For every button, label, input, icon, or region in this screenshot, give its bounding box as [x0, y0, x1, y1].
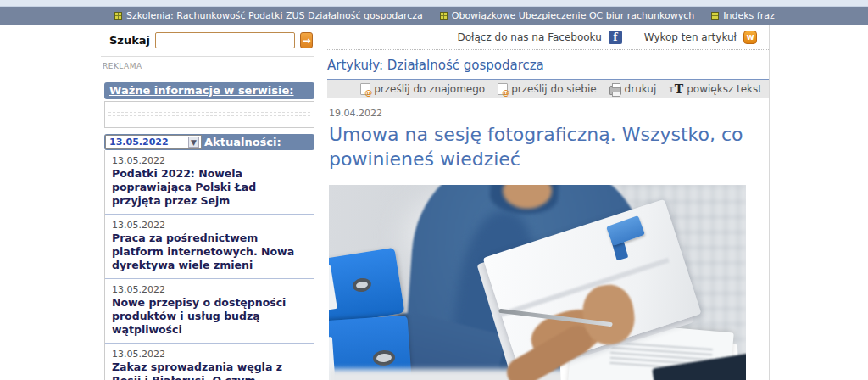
toolbar-prze-lij-do-siebie[interactable]: prześlij do siebie — [498, 83, 596, 95]
news-item[interactable]: 13.05.2022Podatki 2022: Nowela poprawiaj… — [105, 150, 314, 215]
reklama-label: REKLAMA — [101, 57, 314, 75]
toolbar-item-label: powiększ tekst — [687, 83, 762, 95]
date-select-value: 13.05.2022 — [109, 137, 169, 148]
important-info-box — [104, 101, 314, 128]
sidebar: Szukaj → REKLAMA Ważne informacje w serw… — [97, 25, 320, 380]
article-image — [329, 185, 746, 380]
news-item-title[interactable]: Praca za pośrednictwem platform internet… — [112, 232, 307, 272]
wykop-link[interactable]: Wykop ten artykuł — [644, 31, 737, 43]
important-info-header: Ważne informacje w serwisie: — [104, 82, 314, 99]
search-submit-button[interactable]: → — [300, 32, 313, 48]
browser-top-strip — [0, 0, 868, 7]
mail-at-icon — [360, 83, 370, 95]
grid-icon — [711, 12, 719, 20]
search-label: Szukaj — [109, 34, 150, 47]
toolbar-prze-lij-do-znajomego[interactable]: prześlij do znajomego — [360, 83, 485, 95]
news-item-date: 13.05.2022 — [112, 349, 307, 360]
grid-icon — [440, 12, 448, 20]
toolbar-item-label: drukuj — [625, 83, 657, 95]
search-bar: Szukaj → — [101, 25, 314, 57]
news-header-row: 13.05.2022 ▼ Aktualności: — [104, 134, 314, 150]
news-item[interactable]: 13.05.2022Praca za pośrednictwem platfor… — [105, 215, 314, 279]
divider — [108, 109, 310, 109]
news-item-title[interactable]: Podatki 2022: Nowela poprawiająca Polski… — [112, 167, 307, 208]
nav-item-label: Szkolenia: Rachunkowość Podatki ZUS Dzia… — [126, 10, 423, 21]
date-select[interactable]: 13.05.2022 ▼ — [105, 135, 202, 149]
text-size-icon: TT — [669, 84, 683, 95]
facebook-icon[interactable]: f — [609, 31, 622, 44]
news-item-title[interactable]: Zakaz sprowadzania węgla z Rosji i Biało… — [112, 360, 307, 380]
main-content: Dołącz do nas na Facebooku f Wykop ten a… — [320, 25, 770, 380]
important-info-header-text: Ważne informacje w serwisie: — [109, 84, 294, 97]
facebook-link[interactable]: Dołącz do nas na Facebooku — [458, 31, 602, 43]
article-date: 19.04.2022 — [329, 108, 769, 119]
search-input[interactable] — [155, 32, 295, 48]
news-item-date: 13.05.2022 — [112, 220, 307, 231]
news-header: Aktualności: — [202, 136, 281, 148]
wykop-icon[interactable]: w — [743, 31, 757, 44]
news-item[interactable]: 13.05.2022Nowe przepisy o dostępności pr… — [105, 279, 314, 344]
nav-item-label: Obowiązkowe Ubezpieczenie OC biur rachun… — [452, 10, 695, 21]
chevron-down-icon[interactable]: ▼ — [188, 137, 199, 148]
news-item[interactable]: 13.05.2022Zakaz sprowadzania węgla z Ros… — [105, 344, 314, 380]
news-list: 13.05.2022Podatki 2022: Nowela poprawiaj… — [104, 150, 314, 380]
toolbar-powi-ksz-tekst[interactable]: TTpowiększ tekst — [669, 83, 762, 95]
news-item-date: 13.05.2022 — [112, 155, 307, 166]
nav-item[interactable]: Obowiązkowe Ubezpieczenie OC biur rachun… — [440, 10, 695, 21]
page: Szkolenia: Rachunkowość Podatki ZUS Dzia… — [0, 0, 868, 380]
social-bar: Dołącz do nas na Facebooku f Wykop ten a… — [327, 25, 769, 50]
article-title: Umowa na sesję fotograficzną. Wszystko, … — [329, 123, 765, 171]
mail-at-icon — [498, 83, 508, 95]
grid-icon — [114, 12, 122, 20]
breadcrumb[interactable]: Artykuły: Działalność gospodarcza — [327, 50, 769, 80]
toolbar-item-label: prześlij do siebie — [511, 83, 596, 95]
article-toolbar: prześlij do znajomegoprześlij do siebied… — [327, 80, 769, 98]
nav-item[interactable]: Indeks fraz — [711, 10, 774, 21]
news-item-date: 13.05.2022 — [112, 284, 307, 295]
toolbar-drukuj[interactable]: drukuj — [609, 83, 657, 95]
top-nav: Szkolenia: Rachunkowość Podatki ZUS Dzia… — [0, 7, 868, 25]
nav-item[interactable]: Szkolenia: Rachunkowość Podatki ZUS Dzia… — [114, 10, 423, 21]
divider — [108, 115, 310, 116]
page-body: Szukaj → REKLAMA Ważne informacje w serw… — [97, 25, 868, 380]
toolbar-item-label: prześlij do znajomego — [374, 83, 485, 95]
nav-item-label: Indeks fraz — [723, 10, 774, 21]
news-item-title[interactable]: Nowe przepisy o dostępności produktów i … — [112, 296, 307, 337]
printer-icon — [609, 86, 621, 95]
divider — [108, 112, 310, 113]
